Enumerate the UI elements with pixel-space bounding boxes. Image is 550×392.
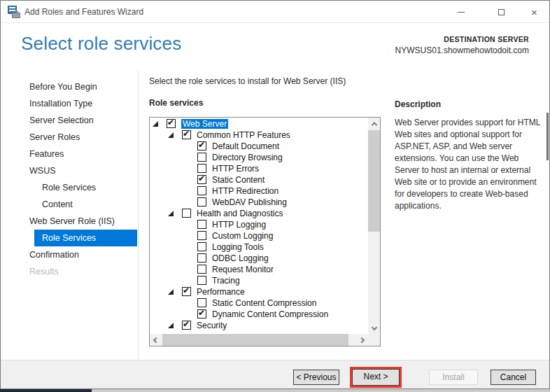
tree-checkbox[interactable] bbox=[197, 153, 206, 162]
scroll-left-button[interactable] bbox=[150, 334, 162, 346]
tree-checkbox[interactable]: ✔ bbox=[197, 175, 206, 184]
sidebar-item-server-selection[interactable]: Server Selection bbox=[1, 112, 137, 129]
tree-checkbox[interactable]: ✔ bbox=[182, 130, 191, 139]
tree-checkbox[interactable]: ✔ bbox=[182, 287, 191, 296]
destination-server-label: DESTINATION SERVER bbox=[395, 35, 529, 43]
tree-item-label: Logging Tools bbox=[212, 242, 264, 252]
tree-item-label: Dynamic Content Compression bbox=[212, 309, 328, 319]
tree-checkbox[interactable]: ✔ bbox=[197, 141, 206, 150]
tree-checkbox[interactable] bbox=[197, 231, 206, 240]
tree-checkbox[interactable] bbox=[197, 186, 206, 195]
tree-row[interactable]: HTTP Redirection bbox=[150, 186, 368, 197]
tree-checkbox[interactable] bbox=[182, 209, 191, 218]
description-scrollbar-thumb[interactable] bbox=[547, 113, 549, 160]
tree-row[interactable]: ✔Web Server bbox=[150, 118, 368, 130]
tree-item-label: Web Server bbox=[181, 119, 228, 129]
tree-item-label: Common HTTP Features bbox=[197, 130, 290, 140]
tree-horizontal-scrollbar[interactable] bbox=[150, 334, 368, 346]
chevron-left-icon bbox=[153, 337, 159, 342]
scroll-up-button[interactable] bbox=[368, 118, 380, 130]
tree-item-label: Request Monitor bbox=[212, 265, 274, 274]
tree-row[interactable]: ODBC Logging bbox=[150, 253, 368, 264]
tree-row[interactable]: Request Monitor bbox=[150, 264, 368, 275]
description-body: Web Server provides support for HTML Web… bbox=[395, 117, 544, 212]
tree-item-label: Health and Diagnostics bbox=[197, 209, 283, 218]
tree-checkbox[interactable] bbox=[197, 298, 206, 307]
tree-checkbox[interactable] bbox=[197, 242, 206, 251]
vertical-scroll-thumb[interactable] bbox=[368, 130, 380, 232]
tree-row[interactable]: ✔Dynamic Content Compression bbox=[150, 309, 368, 320]
tree-checkbox[interactable]: ✔ bbox=[197, 309, 206, 318]
tree-expander-icon[interactable] bbox=[168, 323, 174, 328]
tree-row[interactable]: Logging Tools bbox=[150, 241, 368, 253]
tree-row[interactable]: Directory Browsing bbox=[150, 152, 368, 163]
sidebar-item-role-services[interactable]: Role Services bbox=[34, 230, 137, 246]
tree-row[interactable]: Tracing bbox=[150, 275, 368, 286]
minimize-button[interactable] bbox=[451, 5, 471, 20]
tree-row[interactable]: HTTP Logging bbox=[150, 219, 368, 230]
sidebar-item-web-server-role-iis-[interactable]: Web Server Role (IIS) bbox=[1, 213, 137, 230]
sidebar-item-content[interactable]: Content bbox=[1, 196, 137, 213]
sidebar-item-features[interactable]: Features bbox=[1, 146, 137, 162]
checkmark-icon: ✔ bbox=[183, 286, 190, 295]
tree-item-label: WebDAV Publishing bbox=[212, 197, 287, 207]
cancel-button[interactable]: Cancel bbox=[491, 370, 536, 385]
tree-expander-icon[interactable] bbox=[168, 211, 174, 216]
tree-item-label: Static Content Compression bbox=[212, 298, 316, 308]
tree-row[interactable]: ✔Static Content bbox=[150, 174, 368, 186]
sidebar-item-before-you-begin[interactable]: Before You Begin bbox=[1, 78, 137, 95]
tree-item-label: Default Document bbox=[212, 141, 279, 151]
checkmark-icon: ✔ bbox=[198, 174, 205, 183]
tree-row[interactable]: ✔Performance bbox=[150, 286, 368, 298]
tree-checkbox[interactable] bbox=[197, 220, 206, 229]
tree-row[interactable]: ✔Common HTTP Features bbox=[150, 130, 368, 141]
checkmark-icon: ✔ bbox=[167, 118, 174, 127]
tree-expander-icon[interactable] bbox=[168, 289, 174, 295]
next-button[interactable]: Next > bbox=[352, 369, 400, 386]
footer-bar: < Previous Next > Install Cancel bbox=[1, 360, 549, 388]
scroll-down-button[interactable] bbox=[368, 321, 380, 334]
tree-row[interactable]: ✔Default Document bbox=[150, 141, 368, 152]
tree-item-label: Static Content bbox=[212, 175, 265, 185]
tree-row[interactable]: Health and Diagnostics bbox=[150, 208, 368, 219]
tree-item-label: HTTP Logging bbox=[212, 220, 266, 230]
server-manager-icon bbox=[8, 6, 20, 18]
close-button[interactable]: × bbox=[524, 5, 544, 20]
chevron-down-icon bbox=[371, 325, 376, 330]
tree-row[interactable]: WebDAV Publishing bbox=[150, 197, 368, 208]
sidebar-item-wsus[interactable]: WSUS bbox=[1, 162, 137, 179]
tree-checkbox[interactable]: ✔ bbox=[182, 321, 191, 330]
previous-button[interactable]: < Previous bbox=[293, 370, 339, 385]
page-title: Select role services bbox=[21, 33, 181, 55]
tree-row[interactable]: Static Content Compression bbox=[150, 298, 368, 309]
maximize-button[interactable] bbox=[491, 5, 512, 20]
install-button: Install bbox=[429, 370, 478, 385]
tree-row[interactable]: ✔Security bbox=[150, 320, 368, 331]
tree-row[interactable]: HTTP Errors bbox=[150, 163, 368, 174]
close-icon: × bbox=[531, 7, 537, 18]
tree-checkbox[interactable] bbox=[197, 197, 206, 206]
sidebar-item-role-services[interactable]: Role Services bbox=[1, 179, 137, 196]
sidebar-nav: Before You BeginInstallation TypeServer … bbox=[1, 78, 137, 280]
horizontal-scroll-thumb[interactable] bbox=[162, 334, 348, 346]
maximize-icon bbox=[498, 9, 505, 15]
sidebar-item-installation-type[interactable]: Installation Type bbox=[1, 95, 137, 112]
tree-expander-icon[interactable] bbox=[153, 121, 158, 127]
description-heading: Description bbox=[395, 99, 544, 109]
tree-expander-icon[interactable] bbox=[168, 132, 174, 138]
tree-row[interactable]: Custom Logging bbox=[150, 230, 368, 241]
tree-item-label: HTTP Redirection bbox=[212, 186, 278, 196]
tree-checkbox[interactable]: ✔ bbox=[167, 119, 176, 128]
taskbar-strip bbox=[0, 389, 550, 392]
destination-server-name: NYWSUS01.showmehowtodoit.com bbox=[395, 46, 529, 55]
window-title: Add Roles and Features Wizard bbox=[24, 7, 143, 17]
scroll-right-button[interactable] bbox=[355, 334, 368, 346]
sidebar-item-confirmation[interactable]: Confirmation bbox=[1, 246, 137, 263]
sidebar-item-server-roles[interactable]: Server Roles bbox=[1, 129, 137, 146]
tree-checkbox[interactable] bbox=[197, 265, 206, 274]
tree-vertical-scrollbar[interactable] bbox=[368, 118, 380, 334]
tree-checkbox[interactable] bbox=[197, 276, 206, 285]
tree-checkbox[interactable] bbox=[197, 164, 206, 173]
tree-checkbox[interactable] bbox=[197, 253, 206, 262]
screen: Add Roles and Features Wizard × Select r… bbox=[0, 0, 550, 392]
